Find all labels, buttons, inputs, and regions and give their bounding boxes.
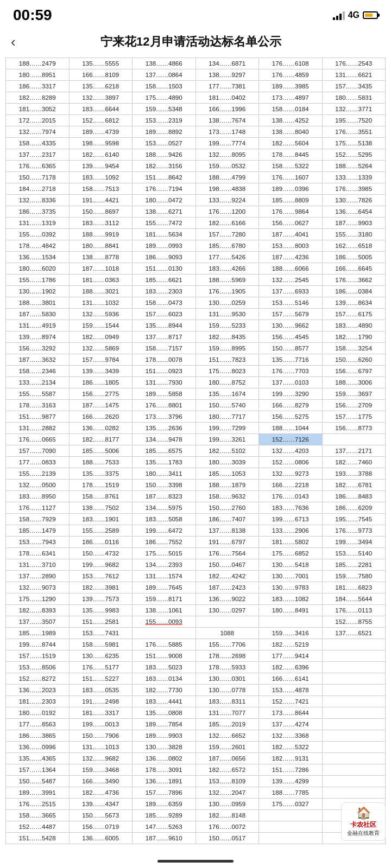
- table-cell: 153……7431: [69, 628, 133, 639]
- table-cell: 137……0103: [259, 377, 323, 388]
- table-row: 152……4487156……0719147……5263176……0072: [6, 821, 386, 833]
- table-cell: [322, 776, 386, 787]
- table-cell: 187……5830: [6, 309, 70, 320]
- table-cell: 177……7381: [195, 81, 259, 92]
- table-row: 157……1364159……3468178……3091182……6572151……: [6, 764, 386, 776]
- table-cell: [259, 821, 323, 833]
- table-cell: 130……7001: [259, 571, 323, 582]
- table-cell: 158……2346: [6, 366, 70, 377]
- watermark-line2: 金融在线教育: [347, 829, 380, 837]
- table-cell: 139……8974: [6, 331, 70, 343]
- table-cell: 172……2015: [6, 115, 70, 126]
- table-cell: 185……2019: [195, 719, 259, 730]
- table-cell: 178……4842: [6, 240, 70, 252]
- table-cell: 153……5140: [322, 548, 386, 559]
- table-row: 176……0665182……8177134……9478199……3261152……: [6, 434, 386, 445]
- table-row: 153……8506176……5177183……5023178……5933182……: [6, 662, 386, 673]
- table-cell: 136……2023: [6, 685, 70, 696]
- table-cell: 155……7706: [195, 639, 259, 650]
- table-row: 177……8563199……0013189……7854185……2019137……: [6, 719, 386, 730]
- table-cell: 159……0532: [195, 161, 259, 172]
- table-cell: 177……8563: [6, 719, 70, 730]
- table-cell: 182……5102: [195, 445, 259, 457]
- table-cell: 152……7421: [259, 696, 323, 707]
- table-cell: 135……5555: [69, 58, 133, 69]
- table-cell: 183……5058: [133, 514, 196, 525]
- data-table-container: 188……2479135……5555138……4866134……6871176……: [0, 58, 391, 868]
- table-cell: 185……8809: [259, 195, 323, 206]
- table-cell: 186……1805: [69, 377, 133, 388]
- table-cell: 138……7674: [195, 115, 259, 126]
- table-cell: [322, 787, 386, 799]
- table-cell: 1088: [195, 628, 259, 639]
- table-cell: 150……8697: [69, 206, 133, 218]
- table-cell: 158……3665: [6, 810, 70, 821]
- table-cell: 137……2171: [322, 445, 386, 457]
- table-cell: 181……3317: [69, 707, 133, 719]
- table-cell: 166……6141: [259, 673, 323, 685]
- table-cell: 185……9289: [133, 810, 196, 821]
- table-cell: 153……5146: [259, 297, 323, 309]
- table-cell: 180……5831: [322, 92, 386, 104]
- table-cell: 186……8483: [322, 491, 386, 502]
- table-cell: 138……1061: [133, 605, 196, 616]
- table-row: 151……5428136……6005187……9610150……0517: [6, 833, 386, 844]
- table-cell: 136……1891: [133, 776, 196, 787]
- table-cell: 132……5936: [69, 309, 133, 320]
- table-cell: 157……3435: [322, 81, 386, 92]
- table-cell: 133……2134: [6, 377, 70, 388]
- table-cell: 186……7407: [195, 514, 259, 525]
- table-cell: 180……8951: [6, 69, 70, 81]
- table-cell: 139……4299: [259, 776, 323, 787]
- table-cell: 188……1879: [195, 480, 259, 491]
- table-cell: 186……3865: [6, 730, 70, 742]
- table-cell: 139……9454: [69, 161, 133, 172]
- table-row: 188……2479135……5555138……4866134……6871176……: [6, 58, 386, 69]
- table-row: 180……0192181……3317135……0808131……7077173……: [6, 707, 386, 719]
- table-cell: 158……7929: [6, 514, 70, 525]
- table-cell: 175……4890: [133, 92, 196, 104]
- table-cell: [322, 719, 386, 730]
- table-row: 178……4842180……8841189……0993185……6780153……: [6, 240, 386, 252]
- table-cell: 185……6780: [195, 240, 259, 252]
- table-cell: 186……0116: [69, 537, 133, 548]
- table-row: 186……3735150……8697138……6271176……1200176……: [6, 206, 386, 218]
- table-cell: 156……0627: [259, 218, 323, 229]
- table-cell: 176……6365: [6, 161, 70, 172]
- table-cell: 132……5869: [69, 343, 133, 354]
- table-cell: 150……5673: [69, 810, 133, 821]
- table-cell: 199……9682: [69, 559, 133, 571]
- table-row: 199……8744158……5981176……5885155……7706182……: [6, 639, 386, 650]
- table-cell: 158……7513: [69, 183, 133, 195]
- table-cell: 130……3828: [133, 742, 196, 753]
- table-row: 133……2134186……1805131……7930180……8752137……: [6, 377, 386, 388]
- table-cell: 139……7573: [69, 593, 133, 605]
- table-cell: 157……7896: [133, 787, 196, 799]
- table-cell: 152……8755: [322, 616, 386, 628]
- table-cell: 175……5015: [133, 548, 196, 559]
- watermark-line1: 卡农社区: [350, 820, 376, 829]
- table-cell: 132……7974: [6, 126, 70, 138]
- table-row: 180……8951166……8109137……0864138……9297176……: [6, 69, 386, 81]
- table-cell: 182……7730: [133, 685, 196, 696]
- table-cell: [259, 810, 323, 821]
- table-cell: 155……2589: [69, 525, 133, 537]
- table-cell: 155……7472: [133, 218, 196, 229]
- table-cell: 176……3985: [322, 183, 386, 195]
- table-cell: 136……0996: [6, 742, 70, 753]
- table-cell: 182……5219: [259, 639, 323, 650]
- table-cell: 130……0259: [195, 297, 259, 309]
- table-row: 178……3163187……1475176……8801150……5740166……: [6, 400, 386, 411]
- table-cell: 185……2281: [322, 559, 386, 571]
- table-cell: 180……7717: [195, 411, 259, 423]
- table-row: 181……2303191……2498183……4441183……8311152……: [6, 696, 386, 707]
- table-cell: 150……8577: [259, 343, 323, 354]
- table-cell: 137……2317: [6, 149, 70, 161]
- table-cell: 184……2718: [6, 183, 70, 195]
- table-cell: 157……1775: [322, 411, 386, 423]
- table-cell: 153……7943: [6, 537, 70, 548]
- back-button[interactable]: ‹: [11, 35, 16, 49]
- table-cell: 137……2890: [6, 571, 70, 582]
- table-cell: 176……7194: [133, 183, 196, 195]
- table-cell: 166……2218: [259, 480, 323, 491]
